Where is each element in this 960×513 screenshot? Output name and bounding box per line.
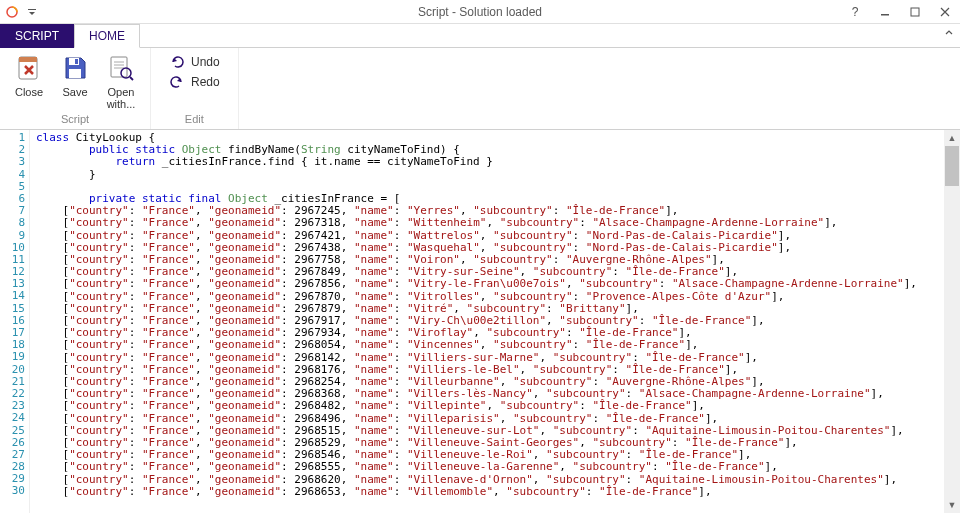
save-icon: [59, 52, 91, 84]
scroll-thumb[interactable]: [945, 146, 959, 186]
svg-rect-3: [911, 8, 919, 16]
editor: 1234567891011121314151617181920212223242…: [0, 130, 960, 513]
maximize-button[interactable]: [900, 1, 930, 23]
minimize-button[interactable]: [870, 1, 900, 23]
title-bar: Script - Solution loaded ?: [0, 0, 960, 24]
svg-rect-7: [69, 69, 81, 78]
code-area[interactable]: class CityLookup { public static Object …: [30, 130, 960, 513]
undo-icon: [169, 54, 185, 70]
close-icon: [13, 52, 45, 84]
close-button[interactable]: Close: [8, 50, 50, 110]
close-window-button[interactable]: [930, 1, 960, 23]
ribbon-group-label-script: Script: [8, 113, 142, 127]
svg-rect-8: [75, 59, 78, 64]
window-title: Script - Solution loaded: [418, 5, 542, 19]
vertical-scrollbar[interactable]: ▲ ▼: [944, 130, 960, 513]
save-button[interactable]: Save: [54, 50, 96, 110]
scroll-down-arrow[interactable]: ▼: [944, 497, 960, 513]
open-with-label: Open with...: [107, 86, 136, 110]
line-number-gutter: 1234567891011121314151617181920212223242…: [0, 130, 30, 513]
undo-button[interactable]: Undo: [169, 54, 220, 70]
qat-dropdown-icon[interactable]: [24, 4, 40, 20]
collapse-ribbon-icon[interactable]: [944, 28, 954, 40]
ribbon: Close Save Open with... Script: [0, 48, 960, 130]
tab-script[interactable]: SCRIPT: [0, 24, 74, 48]
redo-button[interactable]: Redo: [169, 74, 220, 90]
ribbon-tabstrip: SCRIPT HOME: [0, 24, 960, 48]
ribbon-group-label-edit: Edit: [159, 113, 230, 127]
svg-rect-2: [881, 14, 889, 16]
svg-rect-5: [19, 57, 37, 62]
open-with-icon: [105, 52, 137, 84]
open-with-button[interactable]: Open with...: [100, 50, 142, 110]
tab-home[interactable]: HOME: [74, 24, 140, 48]
undo-label: Undo: [191, 55, 220, 69]
redo-label: Redo: [191, 75, 220, 89]
close-label: Close: [15, 86, 43, 98]
svg-rect-1: [28, 9, 36, 10]
scroll-up-arrow[interactable]: ▲: [944, 130, 960, 146]
help-button[interactable]: ?: [840, 1, 870, 23]
ribbon-group-script: Close Save Open with... Script: [0, 48, 151, 129]
svg-rect-9: [111, 57, 127, 77]
svg-line-14: [130, 77, 133, 80]
save-label: Save: [62, 86, 87, 98]
ribbon-group-edit: Undo Redo Edit: [151, 48, 239, 129]
app-icon: [4, 4, 20, 20]
redo-icon: [169, 74, 185, 90]
